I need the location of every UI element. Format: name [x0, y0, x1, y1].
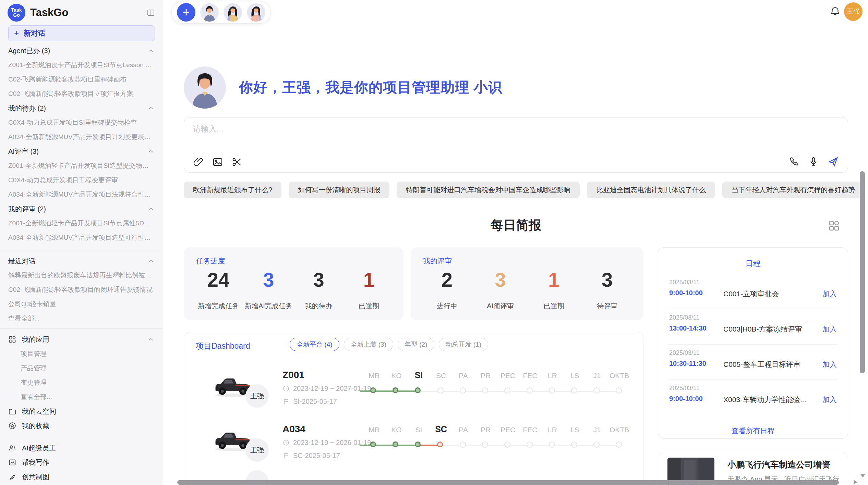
- horizontal-scrollbar-thumb[interactable]: [177, 480, 839, 485]
- dashboard-filter-tab[interactable]: 全新上装 (3): [344, 338, 394, 351]
- milestone-label-KO: KO: [385, 372, 408, 380]
- event-join-link[interactable]: 加入: [822, 360, 837, 369]
- milestone-dot-PEC: [504, 442, 510, 448]
- sidebar-task-item[interactable]: A034-全新新能源MUV产品开发项目造型可行性评审: [0, 231, 163, 245]
- sidebar-tool-AI超级员工[interactable]: AI超级员工: [0, 441, 163, 455]
- sidebar-task-item[interactable]: C02-飞腾新能源轻客改款项目立项汇报方案: [0, 87, 163, 101]
- chevron-up-icon: [147, 205, 155, 213]
- sidebar-tool-帮我写作[interactable]: 帮我写作: [0, 455, 163, 470]
- recent-view-all-link[interactable]: 查看全部...: [0, 311, 163, 326]
- event-join-link[interactable]: 加入: [822, 289, 837, 299]
- add-agent-button[interactable]: +: [177, 3, 195, 22]
- sidebar-item-label: C0X4-动力总成开发项目工程变更评审: [8, 176, 155, 185]
- send-icon[interactable]: [827, 156, 839, 167]
- milestone-label-PR: PR: [474, 426, 497, 434]
- project-row-Z001[interactable]: 王强Z0012023-12-19 ~ 2027-01-19SI-2025-05-…: [184, 368, 643, 422]
- sidebar-section-header-2[interactable]: AI评审 (3): [0, 144, 163, 159]
- section-header-label: AI评审 (3): [8, 147, 144, 156]
- assistant-avatar: [184, 66, 226, 109]
- agent-avatar-strip: +: [171, 1, 271, 24]
- sidebar-favorites[interactable]: 我的收藏: [0, 419, 163, 433]
- sidebar-app-item[interactable]: 产品管理: [0, 361, 163, 375]
- scroll-right-arrow[interactable]: [854, 480, 857, 485]
- event-join-link[interactable]: 加入: [822, 324, 837, 334]
- dashboard-filter-tab[interactable]: 年型 (2): [398, 338, 434, 351]
- project-row-A034[interactable]: 王强A0342023-12-19 ~ 2026-01-19SC-2025-05-…: [184, 422, 643, 476]
- sidebar-recent-header[interactable]: 最近对话: [0, 254, 163, 268]
- stat-已逾期: 1已逾期: [344, 270, 394, 311]
- sidebar-item-label: 查看全部...: [8, 314, 155, 323]
- suggestion-chip[interactable]: 特朗普可能对进口汽车增税会对中国车企造成哪些影响: [397, 182, 580, 198]
- stat-已逾期: 1已逾期: [527, 270, 581, 311]
- flag-icon: [282, 398, 290, 405]
- agent-avatar-3[interactable]: [247, 3, 265, 22]
- app-item-label: 项目管理: [21, 349, 155, 358]
- chat-input[interactable]: [193, 124, 837, 151]
- event-date: 2025/03/11: [669, 385, 700, 392]
- milestone-label-SC: SC: [430, 424, 453, 434]
- view-all-schedule-link[interactable]: 查看所有日程: [658, 426, 848, 436]
- sidebar-task-item[interactable]: A034-全新新能源MUV产品开发项目计划变更表编写: [0, 130, 163, 144]
- dashboard-filter-tab[interactable]: 全新平台 (4): [290, 338, 339, 351]
- people-icon: [8, 444, 16, 452]
- bell-icon[interactable]: [829, 6, 841, 17]
- sidebar-section-header-3[interactable]: 我的评审 (2): [0, 202, 163, 216]
- suggestion-chip[interactable]: 比亚迪全固态电池计划具体说了什么: [587, 182, 715, 198]
- user-avatar[interactable]: 王强: [844, 2, 863, 21]
- sidebar-task-item[interactable]: Z001-全新燃油皮卡产品开发项目SI节点Lesson Learn报告: [0, 58, 163, 72]
- new-chat-button[interactable]: + 新对话: [8, 25, 155, 41]
- milestone-dot-PEC: [504, 387, 510, 394]
- sidebar-task-item[interactable]: A034-全新新能源MUV产品开发项目法规符合性评审: [0, 187, 163, 202]
- dashboard-filter-tab[interactable]: 动总开发 (1): [439, 338, 489, 351]
- suggestion-chip[interactable]: 如何写一份清晰的项目周报: [289, 182, 389, 198]
- milestone-label-OKTB: OKTB: [608, 372, 631, 380]
- vertical-scrollbar-thumb[interactable]: [860, 171, 865, 373]
- sidebar-task-item[interactable]: Z001-全新燃油轻卡产品开发项目SI节点属性5D文件评审: [0, 216, 163, 231]
- event-name: C001-立项审批会: [723, 289, 779, 299]
- input-actions: [789, 156, 839, 167]
- scissors-icon[interactable]: [231, 157, 242, 167]
- milestone-dot-SC: [437, 442, 443, 447]
- sidebar-section-header-1[interactable]: 我的待办 (2): [0, 101, 163, 115]
- milestone-label-KO: KO: [385, 426, 408, 434]
- suggestion-chip[interactable]: 欧洲新规最近颁布了什么?: [184, 182, 281, 198]
- event-join-link[interactable]: 加入: [822, 395, 837, 405]
- paperclip-icon[interactable]: [193, 157, 204, 167]
- sidebar-section-header-0[interactable]: Agent已办 (3): [0, 43, 163, 58]
- recent-conversation-item[interactable]: 公司Q3轻卡销量: [0, 297, 163, 311]
- mic-icon[interactable]: [808, 156, 819, 167]
- sidebar-collapse-icon[interactable]: [146, 9, 155, 17]
- stat-AI预评审: 3AI预评审: [474, 270, 527, 311]
- sidebar-task-item[interactable]: C02-飞腾新能源轻客改款项目里程碑画布: [0, 72, 163, 87]
- sidebar-task-item[interactable]: C0X4-动力总成开发项目工程变更评审: [0, 173, 163, 187]
- milestone-dot-OKTB: [616, 387, 622, 394]
- sidebar-cloud-space[interactable]: 我的云空间: [0, 404, 163, 419]
- recent-conversation-item[interactable]: C02-飞腾新能源轻客改款项目的闭环通告反馈情况: [0, 283, 163, 297]
- recent-conversation-item[interactable]: 解释最新出台的欧盟报废车法规再生塑料比例被调至15%...: [0, 268, 163, 283]
- milestone-label-J1: J1: [586, 372, 608, 380]
- milestone-dot-MR: [370, 387, 376, 393]
- sidebar-tool-创意制图[interactable]: 创意制图: [0, 470, 163, 484]
- stat-label: 进行中: [437, 301, 457, 311]
- sidebar-task-item[interactable]: Z001-全新燃油轻卡产品开发项目SI造型提交物评审: [0, 159, 163, 173]
- stat-label: AI预评审: [487, 301, 514, 311]
- sidebar-task-item[interactable]: C0X4-动力总成开发项目SI里程碑提交物检查: [0, 115, 163, 130]
- phone-icon[interactable]: [789, 156, 800, 167]
- agent-avatar-2[interactable]: [224, 3, 242, 22]
- sidebar-app-item[interactable]: 变更管理: [0, 375, 163, 390]
- chat-input-box: [184, 117, 848, 173]
- daily-briefing-title: 每日简报: [184, 217, 848, 234]
- apps-view-all-link[interactable]: 查看全部...: [0, 390, 163, 404]
- briefing-grid-icon[interactable]: [828, 220, 840, 232]
- sidebar-app-item[interactable]: 项目管理: [0, 347, 163, 361]
- agent-avatar-1[interactable]: [200, 3, 219, 22]
- project-name: A034: [282, 424, 305, 435]
- sidebar-my-apps-header[interactable]: 我的应用: [0, 332, 163, 347]
- image-icon[interactable]: [212, 157, 223, 167]
- milestone-dot-OKTB: [616, 442, 622, 448]
- sidebar-item-label: A034-全新新能源MUV产品开发项目计划变更表编写: [8, 133, 155, 141]
- event-time: 9:00-10:00: [669, 289, 703, 297]
- scroll-down-arrow[interactable]: [860, 474, 866, 477]
- suggestion-chip[interactable]: 当下年轻人对汽车外观有怎样的喜好趋势: [722, 182, 864, 198]
- stat-label: 我的待办: [305, 301, 333, 311]
